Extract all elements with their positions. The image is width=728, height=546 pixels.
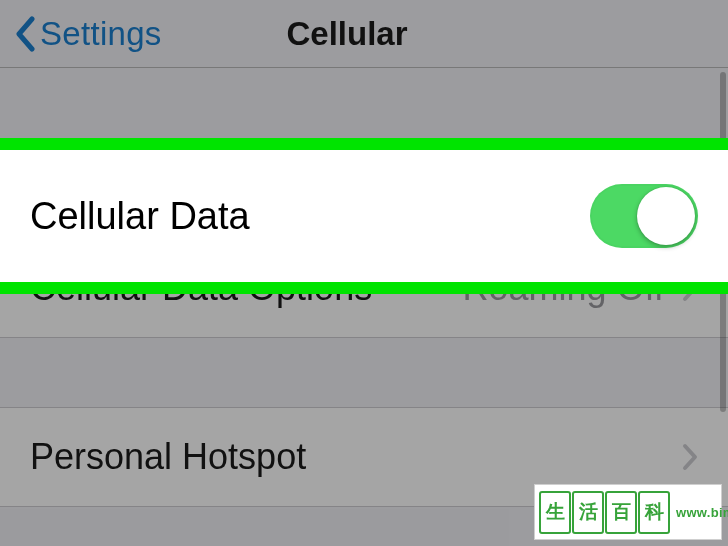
cellular-data-label-hl: Cellular Data <box>30 195 590 238</box>
cellular-data-toggle-hl[interactable] <box>590 184 698 248</box>
navigation-bar: Settings Cellular <box>0 0 728 68</box>
page-title: Cellular <box>286 15 407 52</box>
personal-hotspot-row[interactable]: Personal Hotspot <box>0 407 728 507</box>
cellular-data-row-highlight[interactable]: Cellular Data <box>0 150 728 282</box>
chevron-left-icon <box>14 16 36 52</box>
cellular-settings-screen: Settings Cellular Cellular Data Cellular… <box>0 0 728 546</box>
back-button[interactable]: Settings <box>0 15 162 53</box>
back-label: Settings <box>40 15 162 53</box>
toggle-knob-hl <box>637 187 695 245</box>
group-spacer <box>0 68 728 140</box>
personal-hotspot-label: Personal Hotspot <box>30 436 682 478</box>
group-spacer-2 <box>0 338 728 408</box>
chevron-right-icon <box>682 443 698 471</box>
